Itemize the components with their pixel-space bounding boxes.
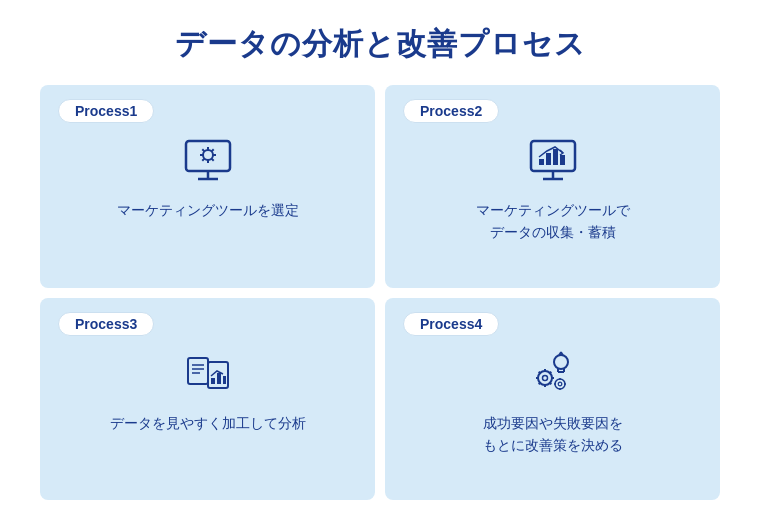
document-chart-icon bbox=[58, 346, 357, 402]
process-label-4: Process4 bbox=[403, 312, 499, 336]
monitor-chart-icon bbox=[403, 133, 702, 189]
gear-lightbulb-icon bbox=[403, 346, 702, 402]
process-desc-1: マーケティングツールを選定 bbox=[58, 199, 357, 221]
svg-rect-25 bbox=[217, 373, 221, 384]
process-label-3: Process3 bbox=[58, 312, 154, 336]
svg-point-3 bbox=[203, 150, 213, 160]
process-grid: Process1 マーケティングツールを選定 bbox=[40, 85, 720, 500]
svg-point-42 bbox=[558, 382, 562, 386]
svg-rect-18 bbox=[560, 155, 565, 165]
svg-point-32 bbox=[542, 375, 547, 380]
svg-rect-24 bbox=[211, 378, 215, 384]
process-label-2: Process2 bbox=[403, 99, 499, 123]
svg-rect-26 bbox=[223, 376, 226, 384]
monitor-settings-icon bbox=[58, 133, 357, 189]
svg-rect-19 bbox=[188, 358, 208, 384]
process-label-1: Process1 bbox=[58, 99, 154, 123]
process-card-2: Process2 マーケティングツールで データの収集・蓄積 bbox=[385, 85, 720, 288]
svg-line-8 bbox=[202, 149, 204, 151]
process-card-4: Process4 bbox=[385, 298, 720, 501]
process-desc-2: マーケティングツールで データの収集・蓄積 bbox=[403, 199, 702, 244]
svg-rect-0 bbox=[186, 141, 230, 171]
process-card-1: Process1 マーケティングツールを選定 bbox=[40, 85, 375, 288]
process-desc-3: データを見やすく加工して分析 bbox=[58, 412, 357, 434]
svg-point-41 bbox=[555, 379, 565, 389]
page-title: データの分析と改善プロセス bbox=[175, 24, 586, 65]
svg-rect-17 bbox=[553, 149, 558, 165]
process-desc-4: 成功要因や失敗要因を もとに改善策を決める bbox=[403, 412, 702, 457]
process-card-3: Process3 データを見やすく加工して分析 bbox=[40, 298, 375, 501]
svg-rect-15 bbox=[539, 159, 544, 165]
svg-line-11 bbox=[202, 159, 204, 161]
svg-line-9 bbox=[211, 159, 213, 161]
svg-point-27 bbox=[554, 355, 568, 369]
svg-rect-16 bbox=[546, 153, 551, 165]
svg-line-10 bbox=[211, 149, 213, 151]
